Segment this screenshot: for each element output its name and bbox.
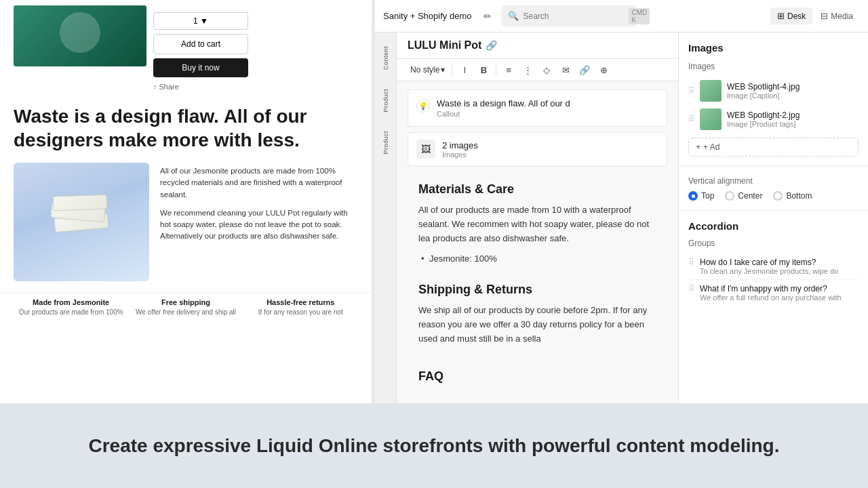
quantity-selector[interactable]: 1 ▼ <box>153 12 248 30</box>
sidebar-item-content[interactable]: Content <box>377 38 395 79</box>
badge-returns: Hassle-free returns If for any reason yo… <box>243 298 358 317</box>
image-info-1: WEB Spotlight-2.jpg Image [Product tags] <box>727 110 859 128</box>
accordion-item-preview-1: We offer a full refund on any purchase w… <box>700 293 859 302</box>
search-input[interactable] <box>523 12 625 21</box>
accordion-item-1: ⠿ What if I'm unhappy with my order? We … <box>688 280 859 306</box>
add-icon: + <box>696 142 701 152</box>
images-type: Images <box>442 150 658 159</box>
va-options: Top Center Bottom <box>688 191 859 201</box>
style-select-label: No style <box>410 65 439 75</box>
buy-now-button[interactable]: Buy it now <box>153 58 248 77</box>
format-italic[interactable]: I <box>456 62 473 78</box>
editor-topbar: Sanity + Shopify demo ✏ 🔍 CMD K ⊞ Desk ⊟… <box>375 0 868 33</box>
editor-body: Content Product Product LULU Mini Pot 🔗 … <box>375 33 868 403</box>
va-top-radio[interactable] <box>688 191 698 201</box>
link-icon[interactable]: 🔗 <box>486 40 497 51</box>
feature-section: All of our Jesmonite products are made f… <box>0 163 372 292</box>
badge-jesmonite-desc: Our products are made from 100% <box>14 308 128 317</box>
feature-text: All of our Jesmonite products are made f… <box>160 163 358 249</box>
image-meta-1: Image [Product tags] <box>727 120 859 128</box>
badge-shipping-title: Free shipping <box>128 298 243 306</box>
sidebar-content-label: Content <box>382 46 389 70</box>
image-item-1: ⠿ WEB Spotlight-2.jpg Image [Product tag… <box>688 105 859 134</box>
doc-title-bar: LULU Mini Pot 🔗 <box>397 33 678 59</box>
format-bullet-list[interactable]: ≡ <box>500 62 517 78</box>
badges-section: Made from Jesmonite Our products are mad… <box>0 292 372 322</box>
images-panel-title: Images <box>688 42 859 54</box>
image-thumb-1 <box>700 108 722 130</box>
images-block-icon: 🖼 <box>416 140 435 159</box>
product-tagline: Waste is a design flaw. All of our desig… <box>0 96 372 163</box>
va-bottom-radio[interactable] <box>773 191 783 201</box>
image-item-0: ⠿ WEB Spotlight-4.jpg Image [Caption] <box>688 77 859 105</box>
accordion-item-0: ⠿ How do I take care of my items? To cle… <box>688 253 859 280</box>
accordion-groups-title: Groups <box>688 239 859 248</box>
format-bold[interactable]: B <box>475 62 492 78</box>
image-name-0: WEB Spotlight-4.jpg <box>727 82 859 92</box>
soap-stack-image <box>51 195 112 249</box>
sidebar-product2-label: Product <box>382 131 389 155</box>
va-top[interactable]: Top <box>688 191 714 201</box>
format-link[interactable]: 🔗 <box>576 62 593 78</box>
product-image <box>14 5 146 66</box>
drag-handle-1[interactable]: ⠿ <box>688 115 694 124</box>
preview-panel: 1 ▼ Add to cart Buy it now Share Waste i… <box>0 0 372 403</box>
format-toolbar: No style ▾ I B ≡ ⋮ ◇ ✉ 🔗 ⊕ <box>397 59 678 81</box>
content-area: LULU Mini Pot 🔗 No style ▾ I B ≡ ⋮ ◇ ✉ 🔗… <box>397 33 678 403</box>
callout-block: 💡 Waste is a design flaw. All of our d C… <box>408 89 667 127</box>
image-thumb-0 <box>700 80 722 102</box>
faq-section: FAQ <box>408 369 667 394</box>
images-block-info: 2 images Images <box>442 140 658 159</box>
callout-label: Callout <box>437 110 658 118</box>
images-block[interactable]: 🖼 2 images Images <box>408 132 667 166</box>
sidebar-icons: Content Product Product <box>375 33 397 403</box>
accordion-drag-0[interactable]: ⠿ <box>688 258 694 267</box>
faq-heading: FAQ <box>418 369 656 384</box>
badge-returns-title: Hassle-free returns <box>243 298 358 306</box>
share-link[interactable]: Share <box>153 81 358 92</box>
format-more[interactable]: ⊕ <box>595 62 612 78</box>
tab-desk[interactable]: ⊞ Desk <box>770 7 812 24</box>
materials-heading: Materials & Care <box>418 182 656 197</box>
accordion-item-content-0: How do I take care of my items? To clean… <box>700 258 859 275</box>
va-bottom[interactable]: Bottom <box>773 191 812 201</box>
sidebar-item-product-1[interactable]: Product <box>377 80 395 121</box>
soap-bar-3 <box>53 194 108 211</box>
right-panel: Images Images ⠿ WEB Spotlight-4.jpg Imag… <box>678 33 868 403</box>
format-highlight[interactable]: ◇ <box>538 62 555 78</box>
app-title: Sanity + Shopify demo <box>383 11 471 21</box>
va-bottom-label: Bottom <box>786 191 812 201</box>
va-center-label: Center <box>738 191 762 201</box>
accordion-item-title-0: How do I take care of my items? <box>700 258 859 267</box>
format-email[interactable]: ✉ <box>557 62 574 78</box>
images-count: 2 images <box>442 140 658 150</box>
sidebar-product1-label: Product <box>382 89 389 113</box>
bottom-tagline-section: Create expressive Liquid Online storefro… <box>0 403 868 488</box>
style-select[interactable]: No style ▾ <box>408 64 448 76</box>
media-icon: ⊟ <box>821 11 828 21</box>
badge-jesmonite-title: Made from Jesmonite <box>14 298 128 306</box>
va-center-radio[interactable] <box>725 191 734 201</box>
view-tabs: ⊞ Desk ⊟ Media <box>770 7 860 24</box>
sidebar-item-product-2[interactable]: Product <box>377 122 395 163</box>
vertical-alignment-section: Vertical alignment Top Center Bottom <box>679 167 868 211</box>
badge-returns-desc: If for any reason you are not <box>243 308 358 317</box>
search-icon: 🔍 <box>508 11 519 21</box>
va-center[interactable]: Center <box>725 191 762 201</box>
feature-text-1: All of our Jesmonite products are made f… <box>160 165 358 201</box>
desk-icon: ⊞ <box>777 11 785 21</box>
accordion-drag-1[interactable]: ⠿ <box>688 284 694 293</box>
accordion-section: Accordion Groups ⠿ How do I take care of… <box>679 211 868 315</box>
accordion-title: Accordion <box>688 220 859 232</box>
add-image-button[interactable]: + + Ad <box>688 138 859 157</box>
edit-icon-button[interactable]: ✏ <box>479 8 496 24</box>
add-to-cart-button[interactable]: Add to cart <box>153 34 248 54</box>
drag-handle-0[interactable]: ⠿ <box>688 86 694 96</box>
content-blocks: 💡 Waste is a design flaw. All of our d C… <box>397 81 678 403</box>
search-bar[interactable]: 🔍 CMD K <box>501 5 637 27</box>
format-numbered-list[interactable]: ⋮ <box>519 62 536 78</box>
feature-text-2: We recommend cleaning your LULU Pot regu… <box>160 207 358 243</box>
badge-jesmonite: Made from Jesmonite Our products are mad… <box>14 298 128 317</box>
tab-media[interactable]: ⊟ Media <box>814 7 860 24</box>
callout-content: Waste is a design flaw. All of our d Cal… <box>437 98 658 118</box>
